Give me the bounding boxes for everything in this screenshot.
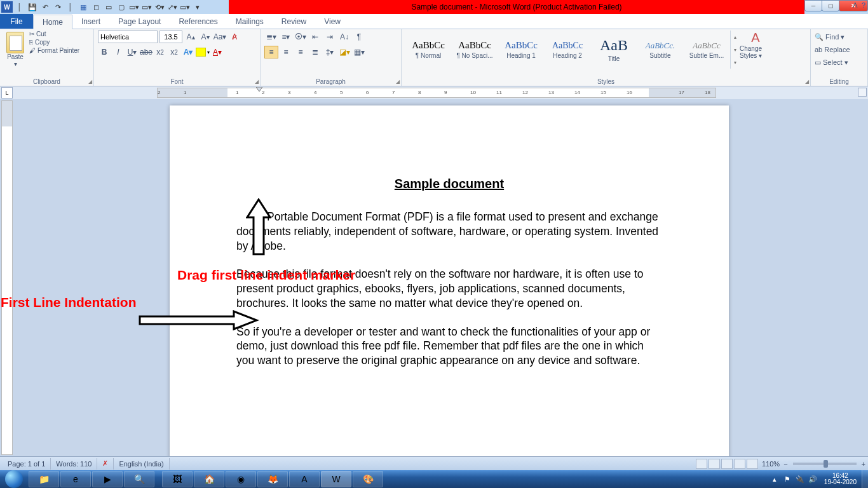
taskbar-ie[interactable]: e <box>60 471 91 487</box>
draft-view[interactable] <box>747 459 758 469</box>
taskbar-app[interactable]: 🖼 <box>162 471 193 487</box>
help-icon[interactable]: ? <box>862 1 865 10</box>
qat-btn[interactable]: ▭▾ <box>141 1 153 13</box>
style-heading-1[interactable]: AaBbCcHeading 1 <box>498 30 544 69</box>
font-name-select[interactable] <box>98 30 158 43</box>
clear-format-button[interactable]: A̷ <box>228 30 241 43</box>
cut-button[interactable]: ✂Cut <box>29 30 79 37</box>
tab-mailings[interactable]: Mailings <box>227 14 273 29</box>
taskbar-media-player[interactable]: ▶ <box>92 471 123 487</box>
full-screen-view[interactable] <box>709 459 720 469</box>
tab-review[interactable]: Review <box>273 14 315 29</box>
strike-button[interactable]: abe <box>140 46 153 58</box>
vertical-ruler[interactable] <box>1 100 13 455</box>
grow-font-button[interactable]: A▴ <box>184 30 197 43</box>
taskbar-app[interactable]: 🔍 <box>124 471 154 487</box>
save-icon[interactable]: 💾 <box>27 1 38 13</box>
tray-clock[interactable]: 16:42 19-04-2020 <box>819 473 862 485</box>
tab-selector[interactable]: L <box>1 87 13 98</box>
paste-button[interactable]: Paste▾ <box>4 30 27 67</box>
print-layout-view[interactable] <box>696 459 707 469</box>
align-right-button[interactable]: ≡ <box>294 46 308 58</box>
qat-btn[interactable]: ▭▾ <box>128 1 140 13</box>
qat-btn[interactable]: ▭▾ <box>179 1 191 13</box>
taskbar-adobe[interactable]: A <box>289 471 320 487</box>
qat-btn[interactable]: ⟲▾ <box>154 1 165 13</box>
text-effects-button[interactable]: A▾ <box>182 46 194 58</box>
highlight-button[interactable] <box>196 48 206 57</box>
format-painter-button[interactable]: 🖌Format Painter <box>29 47 79 54</box>
superscript-button[interactable]: x2 <box>168 46 180 58</box>
subscript-button[interactable]: x2 <box>154 46 166 58</box>
outline-view[interactable] <box>734 459 745 469</box>
tray-hidden-icons[interactable]: ▴ <box>769 473 780 485</box>
numbering-button[interactable]: ≡▾ <box>279 30 293 43</box>
line-spacing-button[interactable]: ‡▾ <box>323 46 337 58</box>
word-icon[interactable]: W <box>1 1 13 13</box>
taskbar-explorer[interactable]: 📁 <box>29 471 59 487</box>
undo-icon[interactable]: ↶ <box>39 1 51 13</box>
show-marks-button[interactable]: ¶ <box>352 30 366 43</box>
qat-customize[interactable]: ▾ <box>192 1 203 13</box>
proofing-status[interactable]: ✗ <box>97 458 114 470</box>
maximize-button[interactable]: ▢ <box>822 0 839 11</box>
dialog-launcher-icon[interactable]: ◢ <box>88 79 92 85</box>
font-size-select[interactable] <box>159 30 182 43</box>
multilevel-button[interactable]: ⦿▾ <box>294 30 308 43</box>
sort-button[interactable]: A↓ <box>337 30 351 43</box>
increase-indent-button[interactable]: ⇥ <box>323 30 337 43</box>
align-left-button[interactable]: ≡ <box>264 46 278 58</box>
borders-button[interactable]: ▦▾ <box>352 46 366 58</box>
taskbar-word[interactable]: W <box>321 471 351 487</box>
word-count[interactable]: Words: 110 <box>51 458 97 470</box>
zoom-slider[interactable] <box>793 463 857 465</box>
style--no-spaci-[interactable]: AaBbCc¶ No Spaci... <box>452 30 498 69</box>
redo-icon[interactable]: ↷ <box>52 1 64 13</box>
style-subtitle[interactable]: AaBbCc.Subtitle <box>637 30 683 69</box>
style-subtle-em-[interactable]: AaBbCcSubtle Em... <box>684 30 729 69</box>
ribbon-minimize-icon[interactable]: ᐱ <box>853 1 858 10</box>
qat-btn[interactable]: ▭ <box>103 1 114 13</box>
tray-volume-icon[interactable]: 🔊 <box>807 473 818 485</box>
tray-power-icon[interactable]: 🔌 <box>794 473 806 485</box>
bullets-button[interactable]: ≣▾ <box>264 30 278 43</box>
tab-references[interactable]: References <box>170 14 226 29</box>
replace-button[interactable]: abReplace <box>815 43 864 56</box>
dialog-launcher-icon[interactable]: ◢ <box>396 79 400 85</box>
find-button[interactable]: 🔍Find ▾ <box>815 30 864 43</box>
ruler-toggle[interactable] <box>858 88 867 97</box>
tray-action-center-icon[interactable]: ⚑ <box>782 473 793 485</box>
zoom-level[interactable]: 110% <box>762 460 780 468</box>
underline-button[interactable]: U▾ <box>126 46 139 58</box>
change-styles-button[interactable]: AChange Styles ▾ <box>740 30 771 59</box>
shading-button[interactable]: ◪▾ <box>337 46 351 58</box>
qat-btn[interactable]: ⤢▾ <box>166 1 178 13</box>
document-area[interactable]: Sample document Portable Document Format… <box>13 99 868 456</box>
grid-icon[interactable]: ▦ <box>78 1 89 13</box>
page-status[interactable]: Page: 1 of 1 <box>3 458 51 470</box>
decrease-indent-button[interactable]: ⇤ <box>308 30 322 43</box>
change-case-button[interactable]: Aa▾ <box>214 30 226 43</box>
taskbar-firefox[interactable]: 🦊 <box>257 471 288 487</box>
tab-page-layout[interactable]: Page Layout <box>109 14 170 29</box>
zoom-in-button[interactable]: + <box>862 460 865 468</box>
qat-btn[interactable]: ◻ <box>90 1 102 13</box>
italic-button[interactable]: I <box>112 46 125 58</box>
file-tab[interactable]: File <box>0 14 33 29</box>
tab-view[interactable]: View <box>315 14 349 29</box>
web-layout-view[interactable] <box>721 459 733 469</box>
copy-button[interactable]: ⎘Copy <box>29 39 79 46</box>
minimize-button[interactable]: ─ <box>804 0 822 11</box>
tab-home[interactable]: Home <box>33 15 72 29</box>
language-status[interactable]: English (India) <box>114 458 169 470</box>
style-title[interactable]: AaBTitle <box>591 30 637 69</box>
show-desktop-button[interactable] <box>862 470 868 488</box>
tab-insert[interactable]: Insert <box>72 14 109 29</box>
zoom-out-button[interactable]: − <box>783 460 787 468</box>
qat-btn[interactable]: ▢ <box>116 1 127 13</box>
style-heading-2[interactable]: AaBbCcHeading 2 <box>545 30 590 69</box>
font-color-button[interactable]: A▾ <box>211 46 224 58</box>
styles-more-button[interactable]: ▴▾▾ <box>730 30 739 69</box>
horizontal-ruler[interactable]: 21123456789101112131415161718 <box>157 88 716 98</box>
taskbar-app[interactable]: 🏠 <box>194 471 224 487</box>
